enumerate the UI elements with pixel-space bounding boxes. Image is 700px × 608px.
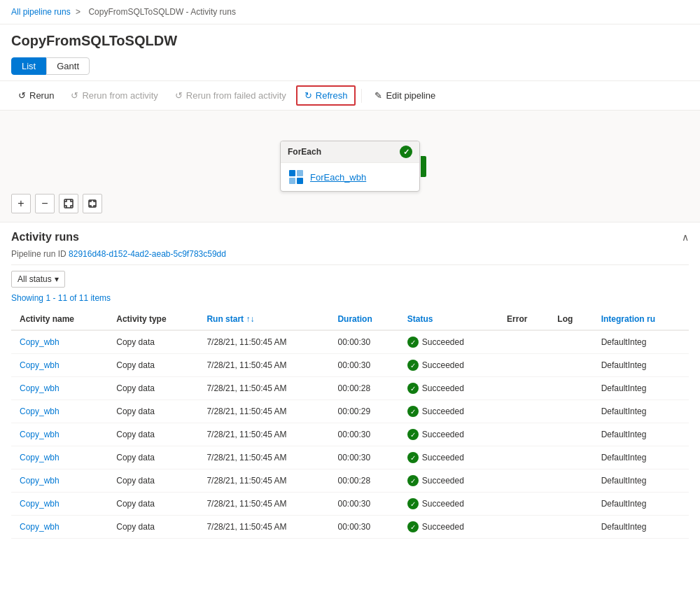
activity-name-link[interactable]: Copy_wbh	[20, 383, 59, 393]
cell-run-start: 7/28/21, 11:50:45 AM	[198, 446, 329, 469]
toolbar: ↺ Rerun ↺ Rerun from activity ↺ Rerun fr…	[0, 80, 700, 111]
activity-runs-table: Activity name Activity type Run start ↑↓…	[11, 309, 689, 539]
status-label: Succeeded	[422, 360, 464, 370]
showing-text: Showing 1 - 11 of 11 items	[11, 293, 689, 309]
cell-activity-type: Copy data	[108, 423, 198, 446]
cell-log	[549, 354, 592, 377]
refresh-icon: ↻	[304, 90, 312, 101]
activity-name-link[interactable]: Copy_wbh	[20, 476, 59, 486]
col-activity-type[interactable]: Activity type	[108, 309, 198, 330]
cell-activity-type: Copy data	[108, 493, 198, 516]
breadcrumb: All pipeline runs > CopyFromSQLToSQLDW -…	[0, 0, 700, 24]
rerun-from-activity-button[interactable]: ↺ Rerun from activity	[64, 87, 164, 104]
fit-view-button[interactable]	[59, 194, 78, 213]
cell-status: Succeeded	[399, 354, 498, 377]
status-icon	[407, 383, 419, 394]
collapse-button[interactable]: ∧	[682, 232, 689, 243]
activity-name-link[interactable]: Copy_wbh	[20, 499, 59, 509]
cell-status: Succeeded	[399, 423, 498, 446]
cell-activity-type: Copy data	[108, 469, 198, 493]
cell-integration: DefaultInteg	[593, 377, 689, 400]
pipeline-node-activity-link[interactable]: ForEach_wbh	[310, 172, 366, 183]
filter-row: All status ▾	[11, 265, 689, 293]
table-row: Copy_wbh Copy data 7/28/21, 11:50:45 AM …	[11, 493, 689, 516]
svg-rect-1	[297, 170, 303, 176]
col-integration[interactable]: Integration ru	[593, 309, 689, 330]
cell-log	[549, 469, 592, 493]
list-view-button[interactable]: List	[11, 57, 46, 75]
table-header: Activity name Activity type Run start ↑↓…	[11, 309, 689, 330]
cell-activity-name: Copy_wbh	[11, 330, 108, 354]
pipeline-run-id-value[interactable]: 82916d48-d152-4ad2-aeab-5c9f783c59dd	[69, 249, 226, 259]
pipeline-node[interactable]: ForEach ForEach_wbh	[280, 141, 420, 192]
all-pipeline-runs-link[interactable]: All pipeline runs	[11, 7, 71, 17]
cell-status: Succeeded	[399, 446, 498, 469]
cell-status: Succeeded	[399, 493, 498, 516]
svg-rect-0	[289, 170, 295, 176]
activity-name-link[interactable]: Copy_wbh	[20, 522, 59, 532]
rerun-from-activity-icon: ↺	[71, 90, 78, 101]
status-label: Succeeded	[422, 476, 464, 486]
cell-activity-type: Copy data	[108, 377, 198, 400]
cell-activity-type: Copy data	[108, 330, 198, 354]
cell-status: Succeeded	[399, 400, 498, 423]
rerun-from-activity-label: Rerun from activity	[82, 90, 158, 101]
status-label: Succeeded	[422, 337, 464, 347]
all-status-label: All status	[18, 274, 52, 284]
page-title: CopyFromSQLToSQLDW	[0, 24, 700, 55]
refresh-button[interactable]: ↻ Refresh	[296, 85, 356, 106]
status-label: Succeeded	[422, 499, 464, 509]
cell-run-start: 7/28/21, 11:50:45 AM	[198, 516, 329, 539]
diagram-controls: + −	[11, 194, 102, 213]
table-row: Copy_wbh Copy data 7/28/21, 11:50:45 AM …	[11, 516, 689, 539]
cell-log	[549, 516, 592, 539]
dropdown-chevron-icon: ▾	[55, 274, 59, 284]
status-label: Succeeded	[422, 406, 464, 416]
cell-error	[498, 354, 549, 377]
cell-status: Succeeded	[399, 377, 498, 400]
zoom-in-button[interactable]: +	[11, 194, 31, 213]
cell-run-start: 7/28/21, 11:50:45 AM	[198, 493, 329, 516]
pipeline-node-body: ForEach_wbh	[281, 163, 419, 191]
cell-error	[498, 423, 549, 446]
col-status[interactable]: Status	[399, 309, 498, 330]
rerun-label: Rerun	[29, 90, 54, 101]
expand-button[interactable]	[83, 194, 102, 213]
activity-name-link[interactable]: Copy_wbh	[20, 453, 59, 462]
diagram-area: ForEach ForEach_wbh + −	[0, 111, 700, 222]
pipeline-node-wrapper: ForEach ForEach_wbh	[280, 141, 420, 192]
foreach-icon	[288, 169, 304, 185]
node-right-indicator	[421, 156, 426, 177]
all-status-dropdown[interactable]: All status ▾	[11, 271, 65, 288]
activity-name-link[interactable]: Copy_wbh	[20, 360, 59, 370]
activity-name-link[interactable]: Copy_wbh	[20, 406, 59, 416]
node-success-badge	[400, 146, 412, 158]
cell-run-start: 7/28/21, 11:50:45 AM	[198, 423, 329, 446]
activity-section-title: Activity runs	[11, 231, 79, 243]
pipeline-node-title: ForEach	[288, 147, 321, 157]
col-error[interactable]: Error	[498, 309, 549, 330]
svg-rect-4	[64, 199, 73, 208]
svg-rect-3	[297, 178, 303, 184]
cell-status: Succeeded	[399, 516, 498, 539]
cell-error	[498, 400, 549, 423]
table-body: Copy_wbh Copy data 7/28/21, 11:50:45 AM …	[11, 330, 689, 539]
edit-pipeline-button[interactable]: ✎ Edit pipeline	[368, 87, 442, 104]
rerun-button[interactable]: ↺ Rerun	[11, 87, 61, 104]
status-icon	[407, 337, 419, 348]
status-icon	[407, 521, 419, 532]
zoom-out-button[interactable]: −	[35, 194, 55, 213]
breadcrumb-current: CopyFromSQLToSQLDW - Activity runs	[88, 7, 236, 17]
col-duration[interactable]: Duration	[329, 309, 398, 330]
cell-activity-name: Copy_wbh	[11, 400, 108, 423]
gantt-view-button[interactable]: Gantt	[46, 57, 90, 75]
col-activity-name[interactable]: Activity name	[11, 309, 108, 330]
col-log[interactable]: Log	[549, 309, 592, 330]
activity-name-link[interactable]: Copy_wbh	[20, 430, 59, 439]
col-run-start[interactable]: Run start ↑↓	[198, 309, 329, 330]
rerun-from-failed-button[interactable]: ↺ Rerun from failed activity	[168, 87, 293, 104]
table-row: Copy_wbh Copy data 7/28/21, 11:50:45 AM …	[11, 377, 689, 400]
activity-section: Activity runs ∧ Pipeline run ID 82916d48…	[0, 222, 700, 539]
cell-activity-type: Copy data	[108, 400, 198, 423]
activity-name-link[interactable]: Copy_wbh	[20, 337, 59, 347]
